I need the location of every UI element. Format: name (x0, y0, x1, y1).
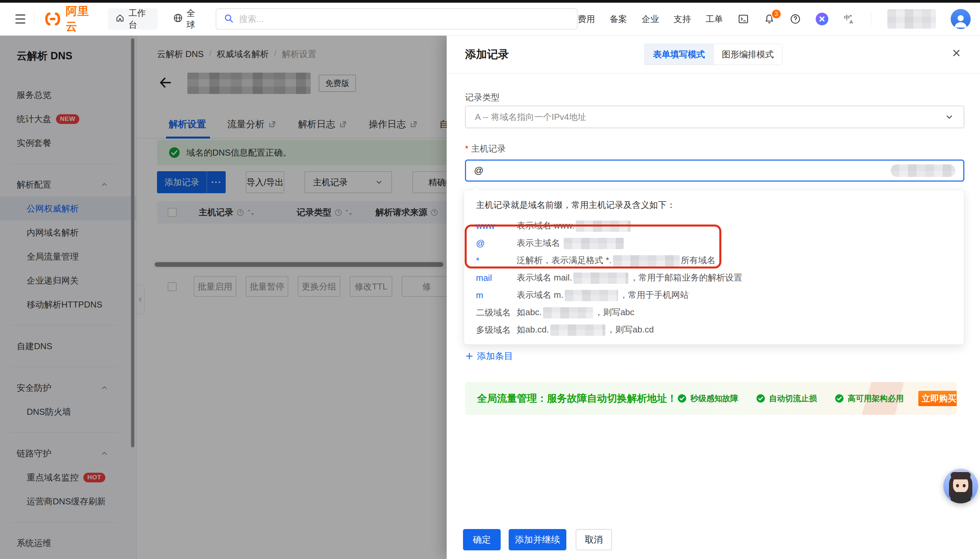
redacted-domain (564, 238, 623, 249)
nav-enterprise[interactable]: 企业 (642, 13, 659, 25)
ai-assistant-icon[interactable] (816, 13, 828, 25)
modal-overlay[interactable] (0, 36, 447, 559)
menu-icon[interactable] (15, 14, 25, 24)
topbar: 阿里云 工作台 全球 费用 备案 企业 支持 工 (0, 3, 980, 36)
cancel-button[interactable]: 取消 (575, 529, 612, 550)
redacted-domain (573, 273, 628, 284)
search-input[interactable] (239, 14, 570, 24)
redacted-domain (551, 324, 605, 336)
drawer-title: 添加记录 (465, 47, 509, 62)
help-title: 主机记录就是域名前缀，常用主机记录及含义如下： (476, 199, 675, 211)
svg-text:A: A (850, 19, 853, 25)
nav-tickets[interactable]: 工单 (706, 13, 723, 25)
mode-toggle: 表单填写模式 图形编排模式 (644, 44, 782, 65)
help-row-wildcard[interactable]: * 泛解析，表示满足格式 *.所有域名 (476, 252, 952, 269)
redacted-domain (575, 220, 631, 232)
nav-expenses[interactable]: 费用 (578, 13, 595, 25)
promo-feature: 高可用架构必用 (834, 393, 904, 404)
aliyun-logo[interactable]: 阿里云 (43, 4, 95, 34)
host-record-label: *主机记录 (465, 143, 506, 155)
record-type-label: 记录类型 (465, 92, 500, 103)
globe-icon (173, 13, 183, 25)
required-asterisk: * (465, 144, 468, 154)
plus-icon (465, 352, 474, 361)
mode-graphic[interactable]: 图形编排模式 (713, 44, 782, 64)
help-row-www[interactable]: www 表示域名 www. (476, 217, 952, 235)
record-type-select[interactable]: A -- 将域名指向一个IPv4地址 (465, 106, 964, 128)
add-entry-link[interactable]: 添加条目 (465, 350, 513, 362)
help-row-at[interactable]: @ 表示主域名 (476, 235, 952, 252)
promo-feature: 秒级感知故障 (677, 393, 738, 404)
host-record-help-popup: 主机记录就是域名前缀，常用主机记录及含义如下： www 表示域名 www. @ … (464, 190, 964, 345)
help-row-mail[interactable]: mail 表示域名 mail.，常用于邮箱业务的解析设置 (476, 269, 952, 286)
drawer-header: 添加记录 表单填写模式 图形编排模式 × (447, 36, 980, 74)
app-body: 云解析 DNS 服务总览 统计大盘 NEW 实例套餐 解析配置 公网权威解析 内… (0, 36, 980, 559)
host-record-input-wrap (465, 160, 964, 182)
search-icon (224, 13, 234, 25)
add-record-drawer: 添加记录 表单填写模式 图形编排模式 × 记录类型 A -- 将域名指向一个IP… (447, 36, 980, 559)
close-icon[interactable]: × (952, 46, 961, 60)
redacted-domain (565, 290, 618, 301)
chevron-down-icon (944, 112, 954, 122)
aliyun-logo-text: 阿里云 (66, 4, 95, 34)
redacted-domain (613, 255, 680, 266)
check-circle-icon (834, 394, 844, 404)
workbench-button[interactable]: 工作台 (108, 8, 158, 30)
nav-support[interactable]: 支持 (674, 13, 691, 25)
check-circle-icon (677, 394, 687, 404)
region-label: 全球 (186, 7, 200, 31)
language-icon[interactable]: 中 A (843, 13, 855, 25)
mode-form[interactable]: 表单填写模式 (645, 44, 713, 64)
notification-badge: 3 (771, 9, 782, 19)
svg-text:中: 中 (844, 14, 850, 21)
region-selector[interactable]: 全球 (173, 7, 200, 31)
promo-feature: 自动切流止损 (756, 393, 817, 404)
help-icon[interactable] (790, 13, 801, 25)
cloudshell-icon[interactable] (738, 13, 749, 25)
domain-suffix-redacted (890, 164, 955, 177)
add-and-continue-button[interactable]: 添加并继续 (509, 529, 566, 550)
gtm-promo-banner: 全局流量管理：服务故障自动切换解析地址！ 秒级感知故障 自动切流止损 高可用架构… (465, 382, 957, 415)
nav-icp[interactable]: 备案 (610, 13, 627, 25)
window-top-strip (0, 0, 980, 3)
confirm-button[interactable]: 确定 (463, 529, 501, 550)
home-icon (115, 13, 125, 25)
assistant-avatar[interactable] (944, 469, 978, 503)
username-redacted (887, 9, 936, 29)
notifications-icon[interactable]: 3 (764, 13, 775, 25)
promo-headline: 全局流量管理：服务故障自动切换解析地址！ (477, 392, 677, 405)
help-row-multi-level: 多级域名 如ab.cd.，则写ab.cd (476, 321, 952, 339)
help-row-second-level: 二级域名 如abc.，则写abc (476, 304, 952, 321)
workbench-label: 工作台 (129, 7, 150, 31)
host-record-input[interactable] (474, 165, 890, 176)
buy-now-button[interactable]: 立即购买 (918, 391, 957, 406)
divider (871, 12, 871, 26)
check-circle-icon (756, 394, 766, 404)
global-search[interactable] (216, 8, 578, 30)
drawer-footer: 确定 添加并继续 取消 (447, 526, 980, 559)
user-avatar[interactable] (951, 9, 971, 29)
popup-caret (473, 186, 480, 194)
redacted-domain (543, 307, 593, 319)
aliyun-logo-icon (43, 12, 62, 26)
promo-features: 秒级感知故障 自动切流止损 高可用架构必用 (677, 393, 904, 404)
help-row-m[interactable]: m 表示域名 m.，常用于手机网站 (476, 286, 952, 304)
